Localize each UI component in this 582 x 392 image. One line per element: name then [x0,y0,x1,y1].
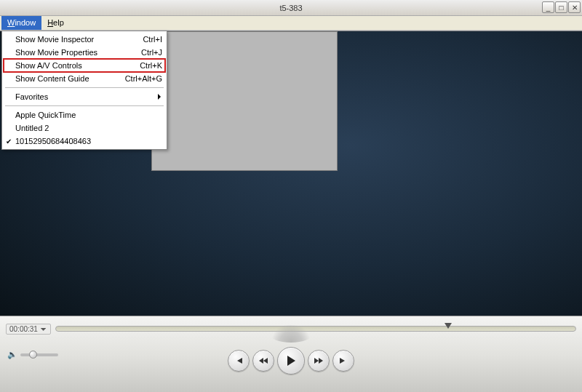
menu-item-shortcut: Ctrl+K [134,61,162,70]
menu-item-shortcut: Ctrl+I [137,35,162,44]
menu-item-label: Show Content Guide [15,74,119,83]
menu-show-inspector[interactable]: Show Movie Inspector Ctrl+I [4,33,165,46]
play-icon [286,355,296,367]
forward-button[interactable] [308,350,330,372]
menu-window-apple-quicktime[interactable]: Apple QuickTime [4,108,165,121]
menubar: Window Help [0,16,582,31]
player-controls: 00:00:31 ⏷ 🔈 [0,316,582,392]
video-placeholder [151,31,338,171]
play-button[interactable] [277,347,305,375]
window-menu-dropdown: Show Movie Inspector Ctrl+I Show Movie P… [1,31,167,150]
menu-help[interactable]: Help [41,16,70,30]
prev-button[interactable] [228,350,250,372]
minimize-icon: _ [546,4,551,12]
menu-item-label: Show A/V Controls [15,61,134,70]
menu-item-label: 10152950684408463 [15,137,162,145]
menu-item-shortcut: Ctrl+J [135,48,162,57]
menu-item-label: Show Movie Inspector [15,35,137,44]
time-display: 00:00:31 ⏷ [6,324,51,335]
window-title: t5-383 [279,4,302,12]
maximize-button[interactable]: □ [555,1,567,13]
next-button[interactable] [332,350,354,372]
menu-show-content-guide[interactable]: Show Content Guide Ctrl+Alt+G [4,72,165,85]
volume-control: 🔈 [7,350,58,359]
submenu-arrow-icon [158,94,161,100]
skip-forward-icon [339,356,348,365]
speaker-icon: 🔈 [7,350,17,359]
seek-playhead-icon[interactable] [445,323,452,329]
titlebar-buttons: _ □ ✕ [542,1,581,13]
menu-item-label: Apple QuickTime [15,111,162,119]
close-icon: ✕ [572,4,578,12]
menu-show-av-controls[interactable]: Show A/V Controls Ctrl+K [4,59,165,72]
menu-window[interactable]: Window [1,16,41,30]
close-button[interactable]: ✕ [568,1,581,13]
menu-window-untitled-2[interactable]: Untitled 2 [4,121,165,135]
menu-item-label: Untitled 2 [15,124,162,132]
skip-back-icon [234,356,243,365]
titlebar: t5-383 _ □ ✕ [0,0,582,16]
menu-item-shortcut: Ctrl+Alt+G [119,74,162,83]
decorative-knob [269,325,313,343]
menu-item-label: Show Movie Properties [15,48,135,57]
check-icon: ✔ [6,137,12,145]
menu-separator [5,105,164,106]
rewind-icon [258,356,268,365]
menu-favorites[interactable]: Favorites [4,90,165,103]
menu-separator [5,87,164,88]
volume-slider[interactable] [20,353,58,356]
minimize-button[interactable]: _ [542,1,554,13]
menu-item-label: Favorites [15,92,162,101]
volume-knob[interactable] [29,351,37,359]
rewind-button[interactable] [252,350,274,372]
maximize-icon: □ [559,4,563,12]
seek-track[interactable] [55,326,576,332]
menu-window-current[interactable]: ✔ 10152950684408463 [4,135,165,148]
transport-row: 🔈 [0,337,582,380]
fast-forward-icon [314,356,324,365]
menu-show-properties[interactable]: Show Movie Properties Ctrl+J [4,46,165,59]
